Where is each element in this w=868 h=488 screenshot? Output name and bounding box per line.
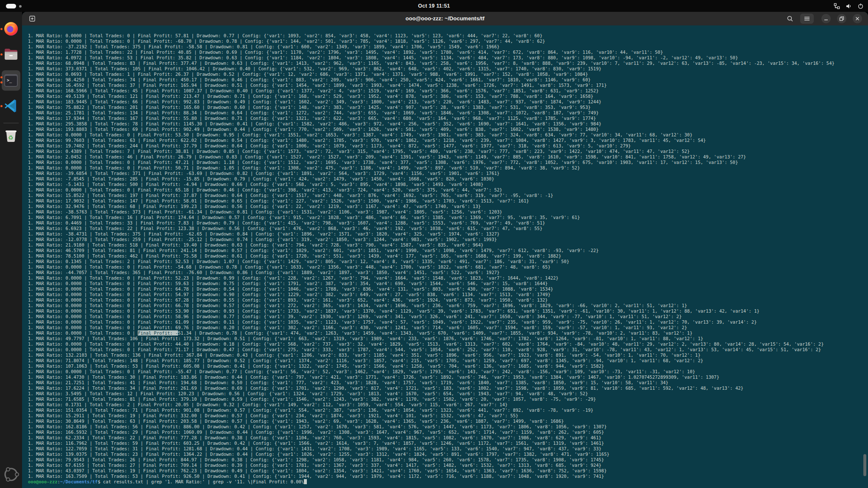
terminal-line: 1. MAR Ratio: 0.0000 | Total Trades: 0 |… [28, 330, 868, 336]
terminal-line: 1. MAR Ratio: 6.7091 | Total Trades: 16 … [28, 215, 868, 220]
terminal-output[interactable]: 1. MAR Ratio: 0.0000 | Total Trades: 0 |… [22, 25, 868, 488]
shell-prompt: ooo@ooo-zzz:~/Documents/tf$ cat results.… [28, 479, 868, 485]
desktop: Oct 19 11:51 [0, 0, 868, 488]
minimize-icon [823, 16, 829, 21]
search-button[interactable] [785, 14, 795, 24]
running-indicator-terminal-1 [0, 76, 3, 78]
dock-item-firefox[interactable] [3, 20, 19, 37]
terminal-line: 1. MAR Ratio: 0.0000 | Total Trades: 0 |… [28, 33, 868, 39]
power-icon [857, 3, 864, 9]
dock-item-trash[interactable]: ♻ [3, 127, 19, 144]
terminal-line: 1. MAR Ratio: 0.0000 | Total Trades: 0 |… [28, 292, 868, 297]
network-icon [834, 3, 840, 9]
terminal-line: 1. MAR Ratio: 122.7059 | Total Trades: 3… [28, 446, 868, 452]
terminal-line: 1. MAR Ratio: 25.1781 | Total Trades: 13… [28, 110, 868, 116]
terminal-line: 1. MAR Ratio: 15.8522 | Total Trades: 19… [28, 193, 868, 198]
terminal-line: 1. MAR Ratio: 0.0000 | Total Trades: 0 |… [28, 187, 868, 193]
terminal-line: 1. MAR Ratio: 0.1731 | Total Trades: 2 |… [28, 402, 868, 408]
terminal-line: 1. MAR Ratio: 17.6224 | Total Trades: 34… [28, 385, 868, 391]
terminal-line: 1. MAR Ratio: 193.8803 | Total Trades: 6… [28, 127, 868, 132]
clock[interactable]: Oct 19 11:51 [0, 0, 868, 12]
vscode-icon [3, 98, 19, 114]
terminal-line: 1. MAR Ratio: 21.7251 | Total Trades: 41… [28, 380, 868, 385]
dock-item-files[interactable] [3, 46, 19, 63]
terminal-line: 1. MAR Ratio: 0.0000 | Total Trades: 0 |… [28, 341, 868, 347]
restore-button[interactable] [837, 14, 846, 23]
prompt-path: ~/Documents/tf [60, 479, 98, 484]
terminal-line: 1. MAR Ratio: 0.0000 | Total Trades: 0 |… [28, 297, 868, 303]
terminal-line: 1. MAR Ratio: 6.6923 | Total Trades: 22 … [28, 226, 868, 231]
restore-icon [839, 16, 844, 21]
terminal-line: 1. MAR Ratio: -44.7057 | Total Trades: 3… [28, 270, 868, 275]
terminal-line: 1. MAR Ratio: 71.8074 | Total Trades: 14… [28, 358, 868, 363]
terminal-line: 1. MAR Ratio: -5.1431 | Total Trades: 50… [28, 182, 868, 187]
terminal-line: 1. MAR Ratio: 0.0000 | Total Trades: 0 |… [28, 369, 868, 374]
terminal-line: 1. MAR Ratio: 16.4592 | Total Trades: 37… [28, 83, 868, 88]
firefox-icon [3, 21, 19, 37]
ubuntu-logo-icon[interactable] [3, 466, 19, 483]
terminal-line: 1. MAR Ratio: 295.3858 | Total Trades: 7… [28, 121, 868, 127]
terminal-line: 1. MAR Ratio: -7.8545 | Total Trades: 28… [28, 176, 868, 182]
svg-text:>_: >_ [7, 78, 12, 83]
terminal-line: 1. MAR Ratio: 68.0948 | Total Trades: 83… [28, 61, 868, 66]
minimize-button[interactable] [821, 14, 831, 23]
close-button[interactable] [853, 14, 862, 23]
window-title: ooo@ooo-zzz: ~/Documents/tf [22, 12, 868, 25]
terminal-line: 1. MAR Ratio: 1.7728 | Total Trades: 22 … [28, 50, 868, 55]
terminal-line: 1. MAR Ratio: -39.6854 | Total Trades: 3… [28, 171, 868, 176]
dock-divider [3, 123, 19, 123]
terminal-line: 1. MAR Ratio: 166.5932 | Total Trades: 2… [28, 430, 868, 435]
terminal-line: 1. MAR Ratio: 67.6155 | Total Trades: 27… [28, 463, 868, 468]
terminal-line: 1. MAR Ratio: 163.7509 | Total Trades: 5… [28, 474, 868, 479]
terminal-line: 1. MAR Ratio: 183.9445 | Total Trades: 6… [28, 99, 868, 105]
terminal-line: 1. MAR Ratio: 14.4730 | Total Trades: 30… [28, 374, 868, 380]
terminal-line: 1. MAR Ratio: 0.0000 | Total Trades: 0 |… [28, 286, 868, 292]
selected-text: Final Profit: - [138, 330, 178, 336]
terminal-line: 1. MAR Ratio: 151.0354 | Total Trades: 7… [28, 408, 868, 413]
window-headerbar: ooo@ooo-zzz: ~/Documents/tf [22, 12, 868, 25]
close-icon [855, 16, 860, 21]
terminal-line: 1. MAR Ratio: 0.0000 | Total Trades: 0 |… [28, 39, 868, 44]
terminal-line: 1. MAR Ratio: 2.0452 | Total Trades: 46 … [28, 154, 868, 160]
running-indicator-terminal-2 [0, 81, 3, 83]
terminal-line: 1. MAR Ratio: 162.8186 | Total Trades: 5… [28, 424, 868, 430]
terminal-line: 1. MAR Ratio: 0.0000 | Total Trades: 0 |… [28, 325, 868, 330]
command-text: cat results.txt | grep '1. MAR Ratio:' |… [103, 479, 304, 484]
terminal-line: 1. MAR Ratio: 30.8649 | Total Trades: 63… [28, 419, 868, 424]
terminal-line: 1. MAR Ratio: 62.2334 | Total Trades: 22… [28, 435, 868, 441]
terminal-line: 1. MAR Ratio: 19.7402 | Total Trades: 24… [28, 143, 868, 149]
terminal-line: 1. MAR Ratio: 373.0371 | Total Trades: 1… [28, 66, 868, 72]
terminal-line: 1. MAR Ratio: -12.0778 | Total Trades: 2… [28, 237, 868, 242]
top-bar: Oct 19 11:51 [0, 0, 868, 12]
terminal-line: 1. MAR Ratio: -38.4731 | Total Trades: 3… [28, 231, 868, 237]
terminal-line: 1. MAR Ratio: 0.4389 | Total Trades: 7 |… [28, 149, 868, 154]
terminal-line: 1. MAR Ratio: 71.6585 | Total Trades: 81… [28, 396, 868, 402]
terminal-line: 1. MAR Ratio: 79.9543 | Total Trades: 26… [28, 457, 868, 463]
terminal-line: 1. MAR Ratio: 0.0000 | Total Trades: 0 |… [28, 308, 868, 314]
terminal-line: 1. MAR Ratio: 116.7962 | Total Trades: 5… [28, 441, 868, 446]
terminal-line: 1. MAR Ratio: 0.0000 | Total Trades: 0 |… [28, 264, 868, 270]
volume-icon [846, 3, 852, 9]
terminal-line: 1. MAR Ratio: 49.7797 | Total Trades: 10… [28, 336, 868, 341]
trash-icon: ♻ [3, 128, 19, 143]
terminal-line: 1. MAR Ratio: 0.0000 | Total Trades: 0 |… [28, 303, 868, 308]
terminal-line: 1. MAR Ratio: 0.0000 | Total Trades: 0 |… [28, 132, 868, 138]
terminal-line: 1. MAR Ratio: 43.0397 | Total Trades: 19… [28, 468, 868, 474]
terminal-line: 1. MAR Ratio: 0.4469 | Total Trades: 33 … [28, 220, 868, 226]
terminal-line: 1. MAR Ratio: 0.0000 | Total Trades: 0 |… [28, 347, 868, 352]
terminal-line: 1. MAR Ratio: 0.0000 | Total Trades: 0 |… [28, 319, 868, 325]
terminal-line: 1. MAR Ratio: 98.4250 | Total Trades: 74… [28, 77, 868, 83]
dock-item-vscode[interactable] [3, 97, 19, 114]
terminal-line: 1. MAR Ratio: 49.5139 | Total Trades: 12… [28, 94, 868, 99]
terminal-line: 1. MAR Ratio: 99.7603 | Total Trades: 63… [28, 138, 868, 143]
svg-text:♻: ♻ [8, 134, 14, 141]
hamburger-icon [804, 16, 810, 21]
terminal-cursor [304, 479, 307, 484]
terminal-line: 1. MAR Ratio: -37.2192 | Total Trades: 3… [28, 44, 868, 50]
running-indicator-files [0, 53, 3, 55]
system-status-area[interactable] [834, 0, 864, 12]
menu-button[interactable] [800, 14, 814, 24]
scrollbar-thumb[interactable] [863, 454, 866, 476]
terminal-line: 1. MAR Ratio: 3.5495 | Total Trades: 12 … [28, 391, 868, 396]
dock-item-terminal[interactable]: >_ [2, 70, 20, 91]
